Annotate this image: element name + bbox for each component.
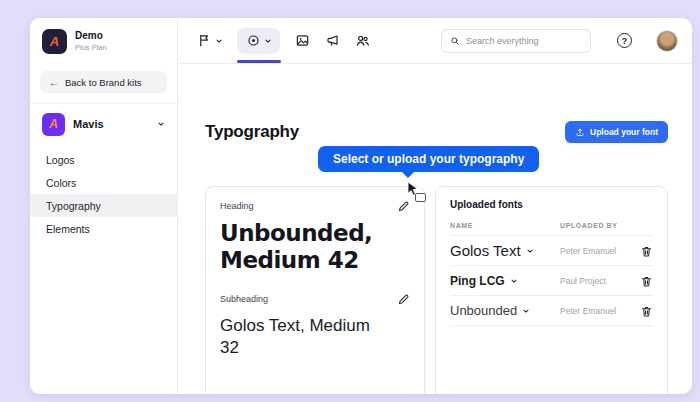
- content-area: Typography Upload your font Select or up…: [178, 64, 692, 394]
- image-tool-icon[interactable]: [294, 33, 310, 49]
- cards-row: Heading Unbounded, Medium 42 Subheading …: [205, 186, 668, 394]
- topbar: ?: [178, 18, 692, 64]
- upload-button-label: Upload your font: [590, 127, 658, 137]
- font-row: Unbounded Peter Emanuel: [450, 296, 653, 326]
- brand-kit-disc-icon: [245, 33, 261, 49]
- fonts-table-header: NAME UPLOADED BY: [450, 222, 653, 236]
- upload-icon: [575, 127, 585, 137]
- workspace-name: Demo: [75, 30, 107, 43]
- heading-label-row: Heading: [220, 199, 410, 212]
- search-input[interactable]: [466, 36, 582, 46]
- search-bar[interactable]: [441, 29, 591, 53]
- workspace-plan: Plus Plan: [75, 43, 107, 52]
- font-name-dropdown[interactable]: Golos Text: [450, 242, 560, 259]
- chevron-down-icon: [264, 37, 272, 45]
- typography-styles-card: Heading Unbounded, Medium 42 Subheading …: [205, 186, 425, 394]
- app-window: A Demo Plus Plan ← Back to Brand kits A …: [30, 18, 692, 394]
- workspace-switcher[interactable]: A Demo Plus Plan: [30, 18, 177, 64]
- font-row: Ping LCG Paul Project: [450, 266, 653, 296]
- workspace-meta: Demo Plus Plan: [75, 30, 107, 52]
- brand-kit-selector[interactable]: A Mavis: [30, 104, 177, 144]
- column-name: NAME: [450, 222, 560, 229]
- brand-kit-logo-icon: A: [42, 113, 65, 136]
- column-uploaded-by: UPLOADED BY: [560, 222, 653, 229]
- avatar[interactable]: [656, 30, 678, 52]
- delete-font-trash-icon[interactable]: [640, 304, 653, 317]
- megaphone-icon[interactable]: [324, 33, 340, 49]
- heading-label: Heading: [220, 201, 254, 211]
- page-title: Typography: [205, 122, 299, 142]
- chevron-down-icon: [526, 247, 534, 255]
- uploaded-fonts-card: Uploaded fonts NAME UPLOADED BY Golos Te…: [435, 186, 668, 394]
- sidebar-item-logos[interactable]: Logos: [30, 148, 177, 171]
- edit-subheading-pencil-icon[interactable]: [397, 292, 410, 305]
- brand-kit-tool-button[interactable]: [237, 28, 280, 54]
- chevron-down-icon: [215, 37, 223, 45]
- upload-font-button[interactable]: Upload your font: [565, 121, 668, 143]
- back-to-brand-kits-button[interactable]: ← Back to Brand kits: [40, 71, 167, 93]
- templates-menu-button[interactable]: [196, 33, 223, 49]
- delete-font-trash-icon[interactable]: [640, 244, 653, 257]
- subheading-label: Subheading: [220, 294, 268, 304]
- tooltip-text: Select or upload your typography: [333, 152, 524, 166]
- flag-icon: [196, 33, 212, 49]
- typography-tooltip: Select or upload your typography: [318, 146, 539, 172]
- chevron-down-icon: [157, 120, 165, 128]
- sidebar: A Demo Plus Plan ← Back to Brand kits A …: [30, 18, 178, 394]
- users-icon[interactable]: [354, 33, 370, 49]
- sidebar-item-elements[interactable]: Elements: [30, 217, 177, 240]
- uploaded-by: Paul Project: [560, 276, 640, 286]
- cursor-badge: [415, 193, 426, 202]
- brand-kit-name: Mavis: [73, 118, 149, 130]
- sidebar-item-typography[interactable]: Typography: [30, 194, 177, 217]
- font-row: Golos Text Peter Emanuel: [450, 236, 653, 266]
- font-name-dropdown[interactable]: Unbounded: [450, 303, 560, 318]
- content-header: Typography Upload your font: [205, 120, 668, 144]
- font-name: Golos Text: [450, 242, 521, 259]
- sidebar-menu: Logos Colors Typography Elements: [30, 148, 177, 240]
- uploaded-by: Peter Emanuel: [560, 306, 640, 316]
- sidebar-item-colors[interactable]: Colors: [30, 171, 177, 194]
- back-arrow-icon: ←: [49, 77, 59, 88]
- back-button-label: Back to Brand kits: [65, 77, 142, 88]
- chevron-down-icon: [522, 307, 530, 315]
- workspace-logo-icon: A: [42, 29, 67, 54]
- font-name: Unbounded: [450, 303, 517, 318]
- search-icon: [450, 36, 460, 46]
- cursor-pointer-icon: [404, 180, 421, 202]
- page: { "icons": { "back_arrow": "←", "help": …: [0, 0, 700, 402]
- help-icon[interactable]: ?: [617, 33, 632, 48]
- main-column: ? Typography Upload your font Select or …: [178, 18, 692, 394]
- delete-font-trash-icon[interactable]: [640, 274, 653, 287]
- font-name-dropdown[interactable]: Ping LCG: [450, 274, 560, 288]
- subheading-font-sample[interactable]: Golos Text, Medium 32: [220, 315, 380, 359]
- chevron-down-icon: [510, 277, 518, 285]
- uploaded-by: Peter Emanuel: [560, 246, 640, 256]
- uploaded-fonts-title: Uploaded fonts: [450, 199, 653, 210]
- font-name: Ping LCG: [450, 274, 505, 288]
- subheading-label-row: Subheading: [220, 292, 410, 305]
- heading-font-sample[interactable]: Unbounded, Medium 42: [220, 220, 410, 274]
